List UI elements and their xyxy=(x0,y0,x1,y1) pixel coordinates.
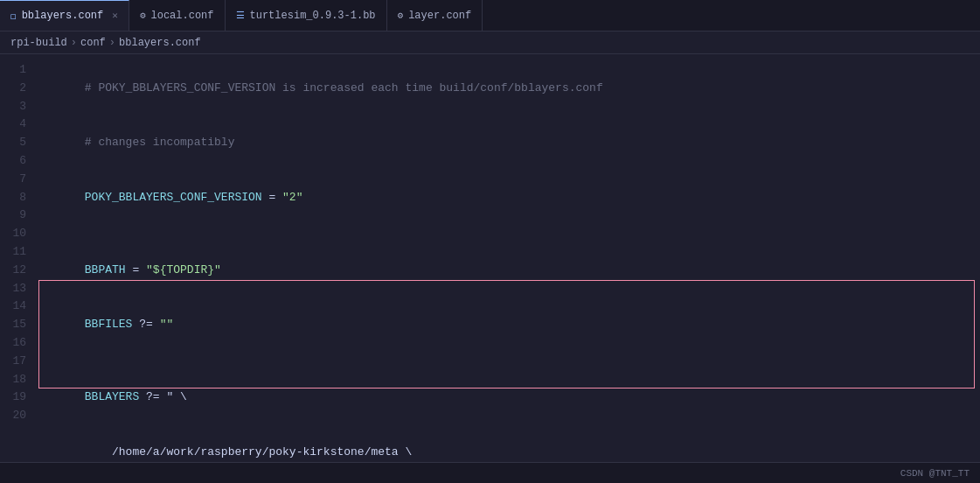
breadcrumb-sep-1: › xyxy=(71,37,77,49)
code-line-2: # changes incompatibly xyxy=(37,116,980,170)
code-line-7 xyxy=(37,353,980,371)
status-right-text: CSDN @TNT_TT xyxy=(900,468,970,479)
breadcrumb: rpi-build › conf › bblayers.conf xyxy=(0,32,980,54)
comment-text: # changes incompatibly xyxy=(85,136,235,149)
code-line-5: BBPATH = "${TOPDIR}" xyxy=(37,243,980,298)
op: = xyxy=(126,263,146,276)
code-line-1: # POKY_BBLAYERS_CONF_VERSION is increase… xyxy=(37,61,980,116)
var-name: BBLAYERS xyxy=(85,390,139,403)
op: ?= xyxy=(132,318,159,331)
tab-bar: ◻ bblayers.conf ✕ ⚙ local.conf ☰ turtles… xyxy=(0,0,980,32)
tab-label: layer.conf xyxy=(408,10,471,22)
breadcrumb-sep-2: › xyxy=(109,37,115,49)
breadcrumb-file: bblayers.conf xyxy=(119,37,201,49)
tab-local[interactable]: ⚙ local.conf xyxy=(129,0,226,31)
code-line-3: POKY_BBLAYERS_CONF_VERSION = "2" xyxy=(37,171,980,225)
tab-gear-icon-2: ⚙ xyxy=(398,10,404,21)
tab-turtlesim[interactable]: ☰ turtlesim_0.9.3-1.bb xyxy=(226,0,387,31)
code-line-4 xyxy=(37,225,980,243)
var-name: BBPATH xyxy=(85,263,126,276)
tab-label: bblayers.conf xyxy=(22,10,104,22)
tab-file-lines-icon: ☰ xyxy=(236,10,245,21)
code-line-8: BBLAYERS ?= " \ xyxy=(37,371,980,425)
breadcrumb-rpi-build: rpi-build xyxy=(10,37,67,49)
tab-bblayers[interactable]: ◻ bblayers.conf ✕ xyxy=(0,0,129,31)
status-bar: CSDN @TNT_TT xyxy=(0,462,980,483)
editor: 1 2 3 4 5 6 7 8 9 10 11 12 13 14 15 16 1… xyxy=(0,54,980,462)
op: ?= " \ xyxy=(139,390,187,403)
breadcrumb-conf: conf xyxy=(80,37,106,49)
str-val: "2" xyxy=(282,191,302,204)
var-name: POKY_BBLAYERS_CONF_VERSION xyxy=(85,191,262,204)
tab-layer[interactable]: ⚙ layer.conf xyxy=(387,0,483,31)
code-line-9: /home/a/work/raspberry/poky-kirkstone/me… xyxy=(37,425,980,462)
str-val: "${TOPDIR}" xyxy=(146,263,221,276)
tab-label: local.conf xyxy=(151,10,214,22)
op: = xyxy=(262,191,282,204)
str-val: "" xyxy=(160,318,174,331)
var-name: BBFILES xyxy=(85,318,133,331)
comment-text: # POKY_BBLAYERS_CONF_VERSION is increase… xyxy=(85,81,603,94)
line-numbers: 1 2 3 4 5 6 7 8 9 10 11 12 13 14 15 16 1… xyxy=(0,54,37,462)
tab-label: turtlesim_0.9.3-1.bb xyxy=(250,10,376,22)
code-line-6: BBFILES ?= "" xyxy=(37,298,980,352)
tab-close-icon[interactable]: ✕ xyxy=(112,11,118,21)
tab-file-icon: ◻ xyxy=(10,10,17,22)
code-area[interactable]: # POKY_BBLAYERS_CONF_VERSION is increase… xyxy=(37,54,980,462)
path-text: /home/a/work/raspberry/poky-kirkstone/me… xyxy=(85,445,412,458)
tab-gear-icon: ⚙ xyxy=(140,10,146,21)
